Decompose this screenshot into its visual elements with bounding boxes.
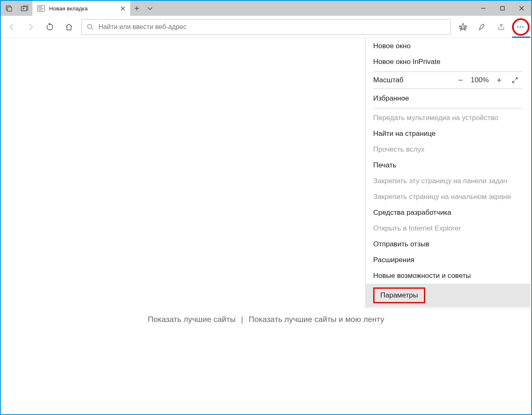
menu-pin-taskbar: Закрепить эту страницу на панели задач: [366, 173, 530, 189]
menu-whats-new[interactable]: Новые возможности и советы: [366, 268, 530, 284]
favorites-button[interactable]: [454, 19, 472, 35]
zoom-label: Масштаб: [373, 76, 453, 84]
menu-zoom: Масштаб 100%: [366, 74, 530, 87]
separator: |: [241, 315, 243, 324]
notes-button[interactable]: [473, 19, 491, 35]
svg-point-17: [522, 26, 523, 27]
svg-rect-5: [40, 7, 41, 7]
new-tab-button[interactable]: [130, 1, 143, 16]
tabs-preview-button[interactable]: [17, 5, 32, 11]
close-button[interactable]: [512, 1, 531, 16]
fullscreen-button[interactable]: [507, 77, 523, 83]
home-button[interactable]: [60, 19, 78, 35]
address-input[interactable]: [99, 23, 445, 31]
menu-feedback[interactable]: Отправить отзыв: [366, 236, 530, 252]
back-button[interactable]: [2, 19, 21, 35]
tab-close-button[interactable]: [121, 6, 125, 11]
menu-settings-label: Параметры: [380, 291, 418, 299]
zoom-value: 100%: [471, 76, 489, 84]
refresh-button[interactable]: [41, 19, 59, 35]
more-menu: Новое окно Новое окно InPrivate Масштаб …: [365, 38, 530, 308]
toolbar: [1, 16, 531, 38]
more-button-active-indicator: [512, 37, 530, 38]
svg-point-11: [88, 24, 92, 28]
svg-point-16: [520, 26, 521, 27]
svg-rect-10: [501, 7, 505, 10]
annotation-rect: Параметры: [373, 287, 425, 303]
search-icon: [87, 24, 94, 30]
link-top-sites[interactable]: Показать лучшие сайты: [148, 315, 236, 324]
menu-separator: [373, 108, 523, 108]
menu-new-inprivate[interactable]: Новое окно InPrivate: [366, 54, 530, 70]
address-bar[interactable]: [81, 19, 451, 35]
more-button[interactable]: [511, 19, 530, 35]
menu-extensions[interactable]: Расширения: [366, 252, 530, 268]
svg-rect-4: [39, 7, 39, 7]
tab-active[interactable]: Новая вкладка: [32, 1, 130, 16]
menu-pin-start: Закрепить страницу на начальном экране: [366, 189, 530, 205]
share-button[interactable]: [492, 19, 510, 35]
page-icon: [37, 5, 45, 12]
window-controls: [474, 1, 531, 16]
menu-new-window[interactable]: Новое окно: [366, 38, 530, 54]
menu-favorites[interactable]: Избранное: [366, 91, 530, 106]
set-aside-tabs-button[interactable]: [1, 5, 17, 12]
minimize-button[interactable]: [474, 1, 493, 16]
link-top-sites-feed[interactable]: Показать лучшие сайты и мою ленту: [249, 315, 384, 324]
menu-cast-media: Передать мультимедиа на устройство: [366, 110, 530, 126]
menu-print[interactable]: Печать: [366, 157, 530, 173]
titlebar: Новая вкладка: [1, 1, 531, 16]
zoom-in-button[interactable]: [491, 77, 507, 83]
menu-read-aloud: Прочесть вслух: [366, 142, 530, 157]
menu-separator: [373, 88, 523, 89]
tab-actions-button[interactable]: [143, 1, 157, 16]
menu-open-ie: Открыть в Internet Explorer: [366, 221, 530, 236]
titlebar-left: [1, 1, 32, 16]
svg-rect-6: [41, 7, 42, 7]
menu-settings[interactable]: Параметры: [366, 284, 530, 307]
start-page-links: Показать лучшие сайты | Показать лучшие …: [148, 315, 384, 324]
forward-button[interactable]: [22, 19, 40, 35]
menu-dev-tools[interactable]: Средства разработчика: [366, 205, 530, 221]
tab-title: Новая вкладка: [49, 5, 116, 12]
menu-find-on-page[interactable]: Найти на странице: [366, 126, 530, 142]
menu-separator: [373, 71, 523, 72]
svg-line-12: [91, 28, 94, 30]
zoom-out-button[interactable]: [453, 77, 468, 83]
svg-rect-1: [7, 7, 12, 11]
maximize-button[interactable]: [493, 1, 512, 16]
svg-point-15: [517, 26, 518, 27]
